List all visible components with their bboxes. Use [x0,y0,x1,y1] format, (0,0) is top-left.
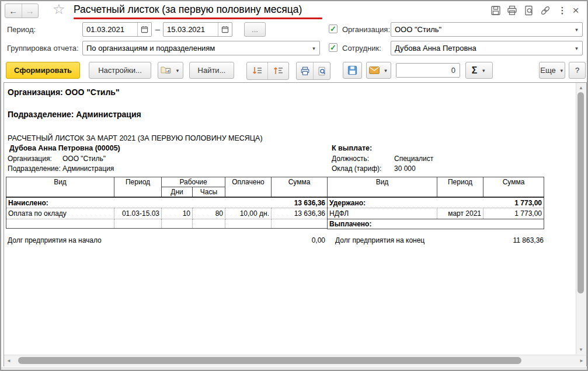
help-button[interactable]: ? [569,62,586,79]
info-value: Администрация [62,164,114,173]
report-department-heading: Подразделение: Администрация [8,110,141,119]
scroll-down-icon[interactable]: ▼ [576,346,586,353]
print-report-icon[interactable] [297,62,313,79]
table-row: Оплата по окладу 01.03-15.03 10 80 10,00… [6,208,328,219]
link-icon[interactable] [539,4,552,17]
cell: 10,00 дн. [225,208,272,219]
period-to-input[interactable] [163,25,218,34]
horizontal-scrollbar[interactable]: ◄ ► [4,355,586,366]
period-more-button[interactable]: ... [244,22,266,37]
scroll-right-icon[interactable]: ► [578,355,585,366]
organization-checkbox[interactable]: ✓ [329,24,338,33]
employee-input[interactable] [391,44,570,52]
send-email-button[interactable]: ▾ [366,62,391,79]
period-label: Период: [7,25,36,34]
sigma-icon: Σ [472,65,478,76]
period-to-field [163,22,232,37]
employee-label: Сотрудник: [342,44,381,52]
more-menu-icon[interactable]: ⋮ [556,4,569,17]
period-from-field [82,22,152,37]
chevron-down-icon: ▾ [559,62,564,78]
title-underline [74,18,322,19]
cell: март 2021 [437,208,483,219]
period-from-input[interactable] [83,25,137,34]
calendar-icon[interactable] [218,23,232,36]
to-pay-label: К выплате: [332,144,372,152]
total-label: Выплачено: [328,219,544,229]
print-preview-icon[interactable] [313,62,330,79]
table-row: Начислено: 13 636,36 [6,197,328,208]
info-label: Подразделение: [8,164,61,173]
col-header: Рабочие [162,177,225,187]
more-actions-label: Еще [540,66,555,75]
chevron-down-icon[interactable]: ▾ [570,41,582,55]
vertical-scrollbar[interactable]: ▲ ▼ [576,83,586,354]
cell: 1 773,00 [483,208,544,219]
more-actions-button[interactable]: Еще ▾ [539,62,565,79]
favorite-star-icon[interactable]: ☆ [53,2,65,17]
save-report-button[interactable] [343,62,362,79]
calendar-icon[interactable] [137,23,151,36]
counter-input[interactable] [396,64,460,77]
chevron-down-icon: ▾ [382,62,389,78]
chevron-down-icon[interactable]: ▾ [308,41,319,55]
scroll-left-icon[interactable]: ◄ [5,355,12,366]
info-label: Оклад (тариф): [332,164,381,173]
info-value: 30 000 [394,164,416,173]
payslip-employee: Дубова Анна Петровна (00005) [9,144,120,152]
sum-button[interactable]: Σ ▾ [465,62,493,79]
total-amount: 1 773,00 [483,197,544,208]
close-icon[interactable]: × [569,4,582,17]
settings-button[interactable]: Настройки... [89,62,151,79]
debt-start-label: Долг предприятия на начало [8,236,102,244]
save-icon[interactable] [489,4,502,17]
col-header: Период [437,177,483,198]
info-label: Должность: [332,155,369,163]
chevron-down-icon[interactable]: ▾ [570,23,582,36]
status-strip [1,367,587,371]
col-header: Вид [328,177,437,198]
accruals-table: Вид Период Рабочие Оплачено Сумма Дни Ча… [6,177,328,229]
vertical-scroll-thumb[interactable] [577,92,584,293]
page-title: Расчетный листок (за первую половину мес… [74,4,302,16]
grouping-input[interactable] [83,44,308,52]
chevron-down-icon: ▾ [174,62,180,78]
employee-checkbox[interactable]: ✓ [329,43,338,52]
cell: 01.03-15.03 [114,208,162,219]
horizontal-scroll-thumb[interactable] [18,357,521,364]
collapse-groups-icon[interactable] [247,62,267,79]
cell: Оплата по окладу [6,208,114,219]
total-label: Начислено: [6,197,272,208]
expand-groups-icon[interactable] [267,62,288,79]
organization-label: Организация: [342,25,390,34]
print-icon[interactable] [506,4,519,17]
scroll-up-icon[interactable]: ▲ [576,84,586,91]
col-header: Сумма [272,177,328,198]
cell: 10 [162,208,193,219]
grouping-label: Группировка отчета: [7,44,79,52]
back-button[interactable]: ← [5,4,22,18]
info-value: Специалист [394,155,433,163]
print-preview-group [296,62,330,80]
preview-icon[interactable] [523,4,535,17]
deductions-table: Вид Период Сумма Удержано: 1 773,00 НДФЛ… [327,177,544,229]
forward-icon: → [26,6,34,16]
info-value: ООО "Стиль" [62,155,106,163]
expand-collapse-group [246,62,289,80]
report-variants-button[interactable]: ▾ [158,62,183,79]
forward-button[interactable]: → [22,4,39,18]
back-icon: ← [9,6,18,16]
total-amount: 13 636,36 [272,197,328,208]
organization-input[interactable] [391,25,570,34]
table-row [6,219,328,229]
col-header: Период [114,177,162,198]
nav-button-group: ← → [5,4,39,18]
table-row: Выплачено: [328,219,544,229]
generate-button[interactable]: Сформировать [6,62,80,79]
report-area: Организация: ООО "Стиль" Подразделение: … [4,82,587,366]
info-label: Организация: [8,155,52,163]
organization-combo: ▾ [391,22,583,37]
cell: НДФЛ [328,208,437,219]
find-button[interactable]: Найти... [189,62,234,79]
debt-end-value: 11 863,36 [483,236,544,244]
